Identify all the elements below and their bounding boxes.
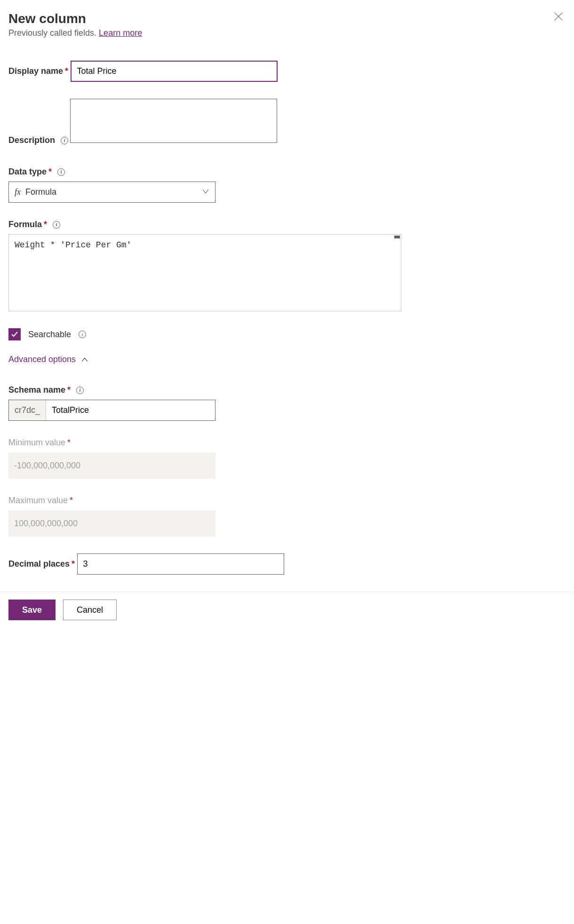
description-input[interactable] xyxy=(70,99,277,143)
schema-prefix: cr7dc_ xyxy=(9,400,46,420)
advanced-options-toggle[interactable]: Advanced options xyxy=(8,355,88,364)
maximum-value-label: Maximum value* xyxy=(8,496,73,505)
searchable-label: Searchable xyxy=(28,330,71,340)
formula-icon: fx xyxy=(15,187,21,197)
data-type-label: Data type* i xyxy=(8,167,65,177)
minimum-value-label: Minimum value* xyxy=(8,438,71,448)
chevron-up-icon xyxy=(81,356,88,363)
minimum-value-input: -100,000,000,000 xyxy=(8,452,215,479)
formula-label: Formula* i xyxy=(8,220,60,229)
cancel-button[interactable]: Cancel xyxy=(63,600,117,620)
data-type-value: Formula xyxy=(25,187,56,197)
panel-title: New column xyxy=(8,11,142,26)
decimal-places-label: Decimal places* xyxy=(8,559,75,569)
searchable-checkbox[interactable] xyxy=(8,328,21,340)
display-name-label: Display name* xyxy=(8,66,68,76)
close-button[interactable] xyxy=(550,8,566,26)
close-icon xyxy=(554,12,563,21)
data-type-select[interactable]: fx Formula xyxy=(8,182,215,203)
formula-editor[interactable]: Weight * 'Price Per Gm' xyxy=(8,234,401,311)
checkmark-icon xyxy=(11,331,18,338)
schema-name-input-wrap: cr7dc_ xyxy=(8,400,215,421)
description-label: Description i xyxy=(8,135,68,145)
panel-subtitle: Previously called fields. Learn more xyxy=(8,28,142,38)
display-name-input[interactable] xyxy=(71,61,278,82)
info-icon[interactable]: i xyxy=(57,168,65,176)
info-icon[interactable]: i xyxy=(53,221,60,229)
info-icon[interactable]: i xyxy=(79,331,86,338)
info-icon[interactable]: i xyxy=(76,387,84,394)
schema-name-label: Schema name* i xyxy=(8,385,84,395)
decimal-places-input[interactable] xyxy=(77,553,284,575)
save-button[interactable]: Save xyxy=(8,600,56,620)
learn-more-link[interactable]: Learn more xyxy=(99,28,142,38)
maximum-value-input: 100,000,000,000 xyxy=(8,510,215,537)
info-icon[interactable]: i xyxy=(61,137,68,144)
schema-name-input[interactable] xyxy=(46,400,215,420)
subtitle-text: Previously called fields. xyxy=(8,28,96,38)
